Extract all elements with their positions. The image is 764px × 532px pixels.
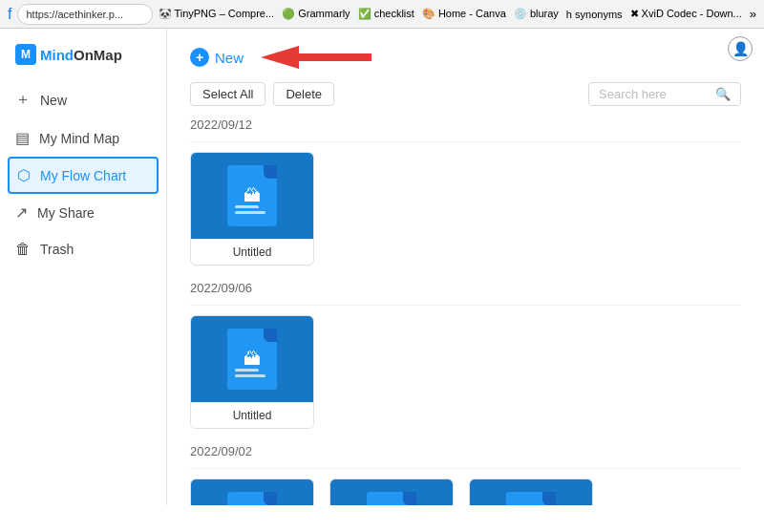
- cards-row-3: 🏔 🏔: [190, 479, 741, 505]
- card-2-0-img: 🏔: [191, 479, 313, 505]
- sidebar-item-mind-map[interactable]: ▤ My Mind Map: [0, 119, 166, 157]
- trash-icon: 🗑: [15, 241, 31, 258]
- share-icon: ↗: [15, 203, 28, 222]
- new-button-label: New: [215, 50, 244, 66]
- doc-icon-2-0: 🏔: [227, 492, 277, 505]
- main-content: 👤 + New Select All Delete: [167, 29, 764, 505]
- card-0-0[interactable]: 🏔 Untitled: [190, 152, 314, 266]
- toolbar: Select All Delete Search here 🔍: [190, 82, 741, 106]
- cards-row-1: 🏔 Untitled: [190, 152, 741, 266]
- new-btn-circle-icon: +: [190, 48, 209, 67]
- grammarly-tab: 🟢 Grammarly: [282, 8, 350, 20]
- doc-line-2: [235, 211, 265, 214]
- divider-3: [190, 468, 741, 469]
- mountain-icon-0-0: 🏔: [244, 186, 261, 206]
- date-label-2: 2022/09/06: [190, 281, 741, 295]
- browser-icons: 🐼 TinyPNG – Compre... 🟢 Grammarly ✅ chec…: [159, 7, 756, 21]
- card-2-2-img: 🏔: [470, 479, 592, 505]
- sidebar-item-trash-label: Trash: [40, 242, 74, 257]
- divider-1: [190, 141, 741, 142]
- card-1-0-label: Untitled: [191, 402, 313, 428]
- more-icon[interactable]: »: [750, 7, 756, 21]
- logo-icon: M: [15, 44, 36, 65]
- doc-lines-0-0: [235, 205, 269, 217]
- browser-bar: f https://acethinker.p... 🐼 TinyPNG – Co…: [0, 0, 764, 29]
- card-0-0-img: 🏔: [191, 153, 313, 239]
- doc-icon-2-1: 🏔: [367, 492, 416, 505]
- bluray-tab: 💿 bluray: [514, 8, 559, 20]
- search-placeholder: Search here: [599, 87, 667, 101]
- card-2-1-img: 🏔: [330, 479, 453, 505]
- doc-line-1-1: [235, 369, 259, 372]
- xvid-tab: ✖ XviD Codec - Down...: [630, 8, 742, 20]
- sidebar-item-flow-chart[interactable]: ⬡ My Flow Chart: [8, 157, 159, 194]
- sidebar-item-new-label: New: [40, 93, 67, 108]
- search-box[interactable]: Search here 🔍: [588, 82, 741, 106]
- card-1-0-img: 🏔: [191, 316, 313, 402]
- doc-icon-2-2: 🏔: [506, 492, 556, 505]
- card-2-0[interactable]: 🏔: [190, 479, 314, 505]
- mind-map-icon: ▤: [15, 129, 30, 147]
- doc-line-1: [235, 205, 259, 208]
- delete-button[interactable]: Delete: [273, 82, 334, 106]
- tinypng-tab: 🐼 TinyPNG – Compre...: [159, 8, 275, 20]
- mountain-icon-1-0: 🏔: [244, 350, 261, 370]
- card-0-0-label: Untitled: [191, 239, 313, 265]
- url-text: https://acethinker.p...: [26, 9, 123, 20]
- flow-chart-icon: ⬡: [17, 166, 31, 184]
- doc-icon-0-0: 🏔: [227, 165, 277, 226]
- card-2-2[interactable]: 🏔: [469, 479, 593, 505]
- sidebar-item-mind-map-label: My Mind Map: [39, 131, 119, 146]
- sidebar-item-new[interactable]: ＋ New: [0, 80, 166, 119]
- doc-line-1-2: [235, 374, 265, 377]
- divider-2: [190, 305, 741, 306]
- logo: M MindOnMap: [0, 44, 166, 80]
- sidebar-item-share-label: My Share: [37, 205, 95, 221]
- url-bar[interactable]: https://acethinker.p...: [17, 4, 152, 25]
- fb-icon: f: [8, 6, 11, 23]
- search-icon: 🔍: [715, 87, 731, 101]
- sidebar-item-trash[interactable]: 🗑 Trash: [0, 231, 166, 267]
- doc-lines-1-0: [235, 369, 269, 380]
- date-label-1: 2022/09/12: [190, 117, 741, 132]
- checklist-tab: ✅ checklist: [358, 8, 414, 20]
- sidebar-item-share[interactable]: ↗ My Share: [0, 194, 166, 231]
- svg-marker-0: [261, 46, 371, 69]
- card-2-1[interactable]: 🏔: [329, 479, 454, 505]
- logo-text: MindOnMap: [40, 47, 122, 63]
- card-1-0[interactable]: 🏔 Untitled: [190, 315, 314, 429]
- red-arrow: [247, 38, 381, 76]
- doc-icon-1-0: 🏔: [227, 329, 277, 390]
- sidebar: M MindOnMap ＋ New ▤ My Mind Map ⬡ My Flo…: [0, 29, 167, 505]
- select-all-button[interactable]: Select All: [190, 82, 265, 106]
- synonyms-tab: h synonyms: [566, 9, 623, 20]
- canva-tab: 🎨 Home - Canva: [422, 8, 506, 20]
- sidebar-item-flow-chart-label: My Flow Chart: [40, 168, 126, 183]
- plus-icon: ＋: [15, 90, 31, 110]
- toolbar-left: Select All Delete: [190, 82, 334, 106]
- date-label-3: 2022/09/02: [190, 444, 741, 458]
- cards-row-2: 🏔 Untitled: [190, 315, 741, 429]
